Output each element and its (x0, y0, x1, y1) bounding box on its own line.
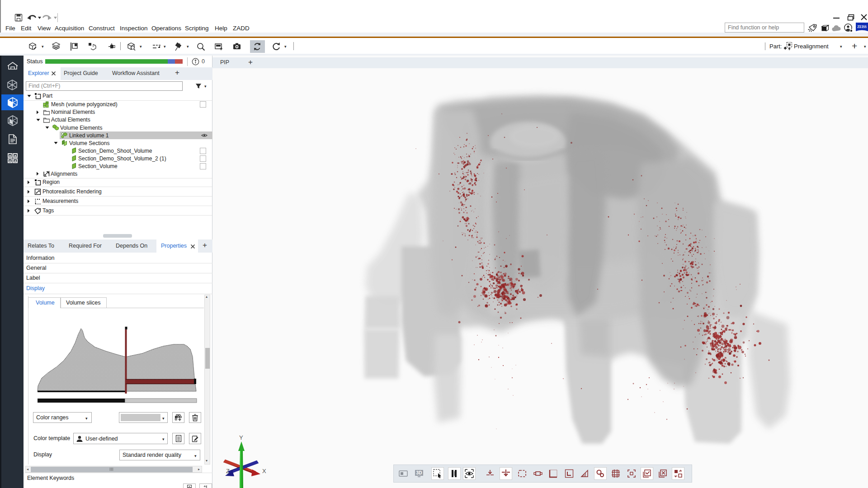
svg-text:Y: Y (239, 434, 243, 441)
svg-text:X: X (262, 468, 266, 474)
svg-text:Z: Z (226, 468, 230, 474)
svg-text:ZEISS: ZEISS (857, 25, 866, 29)
svg-text:3D: 3D (416, 470, 422, 475)
